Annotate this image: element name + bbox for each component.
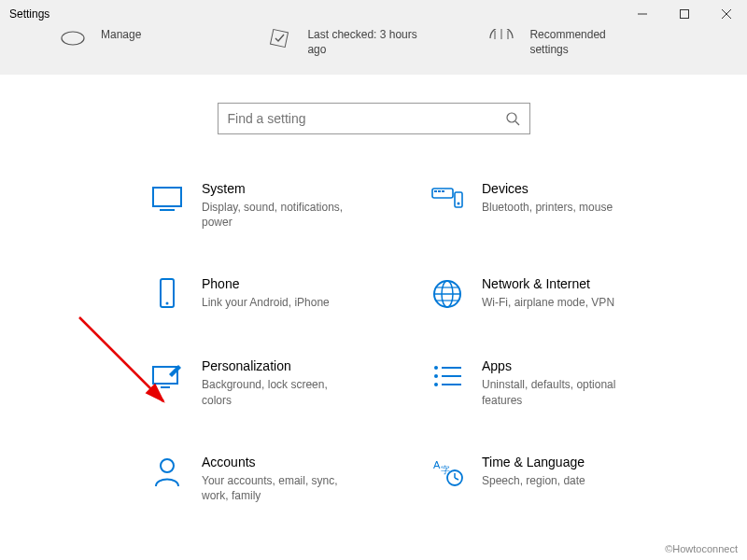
category-title: Personalization [202, 358, 360, 373]
svg-rect-17 [455, 192, 462, 207]
category-title: Accounts [202, 455, 360, 469]
minimize-button[interactable] [621, 0, 663, 28]
top-band: Manage Last checked: 3 hours ago Recomme… [0, 28, 747, 75]
svg-rect-26 [153, 367, 177, 384]
categories-grid: System Display, sound, notifications, po… [0, 153, 747, 503]
top-item-recommended[interactable]: Recommended settings [485, 28, 641, 57]
svg-text:A: A [433, 459, 441, 470]
svg-point-30 [434, 374, 438, 378]
category-desc: Link your Android, iPhone [202, 295, 330, 310]
category-desc: Wi-Fi, airplane mode, VPN [482, 295, 614, 310]
search-input[interactable] [228, 111, 505, 126]
category-personalization[interactable]: Personalization Background, lock screen,… [149, 358, 392, 407]
time-language-icon: A字 [430, 455, 465, 490]
category-title: Phone [202, 276, 330, 291]
titlebar: Settings [0, 0, 747, 28]
category-accounts[interactable]: Accounts Your accounts, email, sync, wor… [149, 455, 392, 503]
category-title: Network & Internet [482, 276, 614, 291]
top-item-update[interactable]: Last checked: 3 hours ago [262, 28, 419, 57]
window-title: Settings [9, 7, 49, 21]
svg-point-20 [166, 302, 169, 305]
svg-point-18 [458, 203, 460, 205]
svg-point-28 [434, 366, 438, 370]
category-phone[interactable]: Phone Link your Android, iPhone [149, 276, 392, 312]
search-box[interactable] [218, 103, 530, 134]
svg-rect-15 [438, 190, 441, 192]
top-item-label: Recommended settings [529, 28, 641, 57]
system-icon [149, 181, 185, 217]
top-item-label: Manage [101, 28, 141, 43]
svg-point-34 [161, 459, 174, 472]
svg-rect-5 [271, 30, 289, 48]
apps-icon [430, 358, 465, 394]
category-network[interactable]: Network & Internet Wi-Fi, airplane mode,… [430, 276, 672, 312]
category-title: System [202, 181, 360, 196]
svg-rect-13 [432, 189, 453, 198]
shield-icon [262, 28, 296, 49]
top-item-label: Last checked: 3 hours ago [307, 28, 419, 57]
svg-rect-1 [680, 10, 688, 19]
search-wrap [0, 75, 747, 153]
personalization-icon [149, 358, 185, 394]
svg-rect-16 [442, 190, 444, 192]
svg-line-39 [455, 478, 458, 480]
svg-line-10 [515, 121, 519, 125]
globe-grid-icon [485, 28, 518, 49]
category-title: Time & Language [482, 455, 585, 469]
category-desc: Uninstall, defaults, optional features [482, 377, 641, 407]
maximize-button[interactable] [663, 0, 705, 28]
category-title: Apps [482, 358, 641, 373]
window-controls [621, 0, 747, 28]
devices-icon [430, 181, 465, 217]
category-desc: Speech, region, date [482, 473, 585, 488]
accounts-icon [149, 455, 185, 490]
mouse-icon [56, 28, 90, 49]
category-desc: Background, lock screen, colors [202, 377, 360, 407]
category-desc: Your accounts, email, sync, work, family [202, 473, 360, 503]
globe-icon [430, 276, 465, 312]
svg-rect-14 [434, 190, 437, 192]
category-time-language[interactable]: A字 Time & Language Speech, region, date [430, 455, 672, 503]
category-desc: Bluetooth, printers, mouse [482, 200, 613, 215]
category-desc: Display, sound, notifications, power [202, 200, 360, 230]
search-icon [505, 111, 520, 126]
svg-point-9 [507, 113, 516, 122]
close-button[interactable] [705, 0, 747, 28]
svg-point-4 [62, 32, 84, 45]
svg-point-32 [434, 383, 438, 386]
svg-rect-11 [153, 188, 181, 206]
category-apps[interactable]: Apps Uninstall, defaults, optional featu… [430, 358, 672, 407]
watermark: ©Howtoconnect [665, 543, 738, 554]
category-devices[interactable]: Devices Bluetooth, printers, mouse [430, 181, 672, 230]
category-system[interactable]: System Display, sound, notifications, po… [149, 181, 392, 230]
top-item-manage[interactable]: Manage [56, 28, 141, 49]
category-title: Devices [482, 181, 613, 196]
phone-icon [149, 276, 185, 312]
